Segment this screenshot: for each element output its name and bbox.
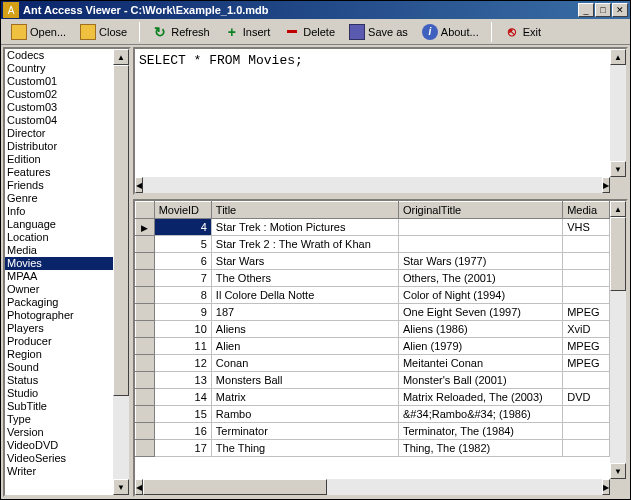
sidebar-item[interactable]: Custom02 [5, 88, 113, 101]
cell[interactable]: 13 [154, 372, 211, 389]
column-header[interactable]: MovieID [154, 202, 211, 219]
scroll-down-button[interactable]: ▼ [610, 161, 626, 177]
cell[interactable]: Others, The (2001) [398, 270, 562, 287]
cell[interactable]: Matrix [211, 389, 398, 406]
table-row[interactable]: 5Star Trek 2 : The Wrath of Khan [136, 236, 610, 253]
table-row[interactable]: 17The ThingThing, The (1982) [136, 440, 610, 457]
sidebar-item[interactable]: Country [5, 62, 113, 75]
sidebar-item[interactable]: VideoDVD [5, 439, 113, 452]
sidebar-item[interactable]: Studio [5, 387, 113, 400]
scroll-left-button[interactable]: ◀ [135, 177, 143, 193]
row-indicator[interactable] [136, 304, 155, 321]
cell[interactable]: Star Trek : Motion Pictures [211, 219, 398, 236]
cell[interactable]: Aliens [211, 321, 398, 338]
cell[interactable]: 15 [154, 406, 211, 423]
cell[interactable]: Monsters Ball [211, 372, 398, 389]
refresh-button[interactable]: ↻ Refresh [146, 20, 216, 44]
sidebar-item[interactable]: SubTitle [5, 400, 113, 413]
grid-vscrollbar[interactable]: ▲ ▼ [610, 201, 626, 479]
column-header[interactable]: Media [563, 202, 610, 219]
sidebar-item[interactable]: Region [5, 348, 113, 361]
scroll-track[interactable] [113, 65, 129, 479]
row-indicator[interactable] [136, 389, 155, 406]
table-list[interactable]: CodecsCountryCustom01Custom02Custom03Cus… [5, 49, 113, 495]
column-header[interactable]: OriginalTitle [398, 202, 562, 219]
sidebar-item[interactable]: Features [5, 166, 113, 179]
cell[interactable]: The Thing [211, 440, 398, 457]
row-indicator[interactable] [136, 338, 155, 355]
cell[interactable]: 4 [154, 219, 211, 236]
sidebar-item[interactable]: Type [5, 413, 113, 426]
cell[interactable]: Terminator [211, 423, 398, 440]
sidebar-item[interactable]: Packaging [5, 296, 113, 309]
sidebar-item[interactable]: Writer [5, 465, 113, 478]
scroll-up-button[interactable]: ▲ [610, 49, 626, 65]
cell[interactable] [398, 219, 562, 236]
table-row[interactable]: ▶4Star Trek : Motion PicturesVHS [136, 219, 610, 236]
scroll-up-button[interactable]: ▲ [113, 49, 129, 65]
table-row[interactable]: 14MatrixMatrix Reloaded, The (2003)DVD [136, 389, 610, 406]
cell[interactable]: 187 [211, 304, 398, 321]
cell[interactable]: Matrix Reloaded, The (2003) [398, 389, 562, 406]
cell[interactable] [563, 372, 610, 389]
sql-editor[interactable]: SELECT * FROM Movies; [135, 49, 610, 177]
cell[interactable]: Star Wars [211, 253, 398, 270]
scroll-thumb[interactable] [143, 479, 327, 495]
cell[interactable]: MPEG [563, 338, 610, 355]
maximize-button[interactable]: □ [595, 3, 611, 17]
row-indicator[interactable] [136, 440, 155, 457]
sidebar-item[interactable]: Status [5, 374, 113, 387]
table-row[interactable]: 11AlienAlien (1979)MPEG [136, 338, 610, 355]
cell[interactable]: 16 [154, 423, 211, 440]
sidebar-item[interactable]: Sound [5, 361, 113, 374]
cell[interactable] [563, 270, 610, 287]
sidebar-item[interactable]: Distributor [5, 140, 113, 153]
cell[interactable]: 17 [154, 440, 211, 457]
scroll-thumb[interactable] [113, 65, 129, 396]
cell[interactable]: 7 [154, 270, 211, 287]
scroll-right-button[interactable]: ▶ [602, 479, 610, 495]
cell[interactable]: Color of Night (1994) [398, 287, 562, 304]
cell[interactable]: 14 [154, 389, 211, 406]
saveas-button[interactable]: Save as [343, 20, 414, 44]
scroll-track[interactable] [143, 177, 602, 193]
cell[interactable]: Alien (1979) [398, 338, 562, 355]
cell[interactable]: Aliens (1986) [398, 321, 562, 338]
sidebar-item[interactable]: Location [5, 231, 113, 244]
cell[interactable]: 11 [154, 338, 211, 355]
table-row[interactable]: 12ConanMeitantei ConanMPEG [136, 355, 610, 372]
sidebar-item[interactable]: Info [5, 205, 113, 218]
cell[interactable]: 6 [154, 253, 211, 270]
insert-button[interactable]: + Insert [218, 20, 277, 44]
scroll-thumb[interactable] [610, 217, 626, 291]
row-indicator[interactable]: ▶ [136, 219, 155, 236]
cell[interactable]: DVD [563, 389, 610, 406]
close-window-button[interactable]: ✕ [612, 3, 628, 17]
row-indicator[interactable] [136, 355, 155, 372]
sidebar-item[interactable]: Edition [5, 153, 113, 166]
sidebar-item[interactable]: Director [5, 127, 113, 140]
table-row[interactable]: 9187One Eight Seven (1997)MPEG [136, 304, 610, 321]
sidebar-item[interactable]: Movies [5, 257, 113, 270]
cell[interactable]: Star Trek 2 : The Wrath of Khan [211, 236, 398, 253]
sql-hscrollbar[interactable]: ◀ ▶ [135, 177, 610, 193]
row-indicator[interactable] [136, 423, 155, 440]
row-indicator[interactable] [136, 270, 155, 287]
delete-button[interactable]: Delete [278, 20, 341, 44]
sql-vscrollbar[interactable]: ▲ ▼ [610, 49, 626, 177]
cell[interactable]: The Others [211, 270, 398, 287]
cell[interactable]: VHS [563, 219, 610, 236]
cell[interactable] [398, 236, 562, 253]
sidebar-item[interactable]: Version [5, 426, 113, 439]
table-row[interactable]: 7The OthersOthers, The (2001) [136, 270, 610, 287]
cell[interactable]: Monster's Ball (2001) [398, 372, 562, 389]
cell[interactable]: MPEG [563, 304, 610, 321]
cell[interactable]: 5 [154, 236, 211, 253]
sidebar-item[interactable]: Friends [5, 179, 113, 192]
cell[interactable]: Alien [211, 338, 398, 355]
sidebar-item[interactable]: MPAA [5, 270, 113, 283]
table-row[interactable]: 8Il Colore Della NotteColor of Night (19… [136, 287, 610, 304]
sidebar-item[interactable]: Custom04 [5, 114, 113, 127]
cell[interactable]: Meitantei Conan [398, 355, 562, 372]
grid-hscrollbar[interactable]: ◀ ▶ [135, 479, 610, 495]
